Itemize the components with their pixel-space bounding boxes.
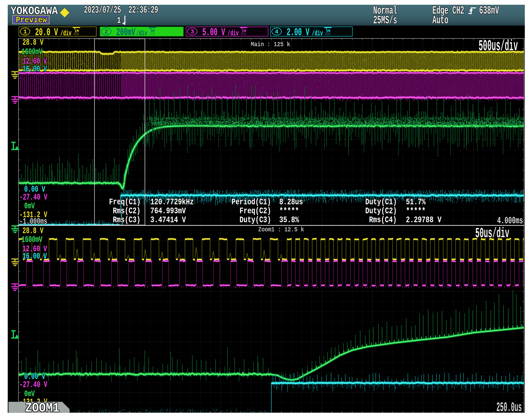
svg-text:1M: 1M: [75, 29, 79, 33]
svg-text:1M: 1M: [326, 29, 330, 33]
svg-text:1M: 1M: [242, 29, 246, 33]
svg-text:1M: 1M: [151, 29, 155, 33]
